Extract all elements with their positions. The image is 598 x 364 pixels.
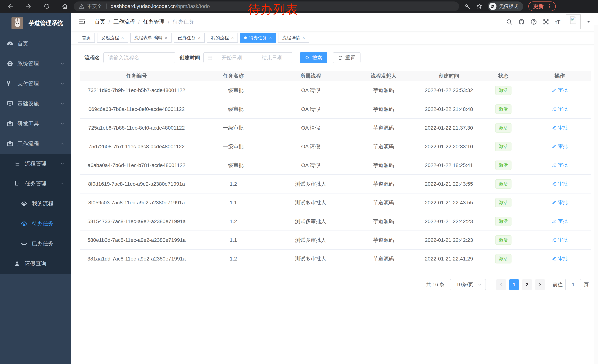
browser-home-icon[interactable]	[61, 3, 68, 10]
process-name-input[interactable]: 请输入流程名	[103, 52, 175, 63]
reset-button[interactable]: 重置	[333, 52, 360, 63]
calendar-icon	[207, 55, 213, 61]
cell-task-name: 1.1	[193, 231, 274, 249]
next-page-button[interactable]	[535, 279, 545, 290]
breadcrumb: 首页 / 工作流程 / 任务管理 / 待办任务	[93, 18, 196, 25]
approve-link[interactable]: 审批	[552, 180, 568, 187]
cell-time: 2022-01-21 22:43:55	[419, 193, 478, 212]
tab-my-process[interactable]: 我的流程	[207, 33, 238, 43]
address-divider	[106, 4, 107, 9]
fullscreen-icon[interactable]	[543, 18, 549, 25]
status-badge: 激活	[495, 161, 512, 170]
search-button[interactable]: 搜索	[300, 52, 327, 63]
tab-start-process[interactable]: 发起流程	[97, 33, 128, 43]
sidebar-item-todo-tasks[interactable]: 待办任务	[0, 214, 71, 234]
sidebar-item-done-tasks[interactable]: 已办任务	[0, 234, 71, 254]
chevron-down-icon	[60, 82, 65, 86]
cell-process: 测试多审批人	[274, 175, 348, 193]
page-size-select[interactable]: 10条/页	[450, 279, 486, 290]
close-icon[interactable]	[165, 36, 167, 40]
close-icon[interactable]	[302, 36, 305, 40]
approve-link[interactable]: 审批	[552, 87, 568, 93]
edit-pen-icon	[552, 106, 556, 111]
tab-home[interactable]: 首页	[78, 33, 95, 43]
tab-process-detail[interactable]: 流程详情	[278, 33, 309, 43]
cell-task-id: 069c6a63-7b8a-11ec-8ef0-acde48001122	[80, 100, 193, 119]
page-button-1[interactable]: 1	[509, 279, 519, 290]
browser-chrome: 不安全 dashboard.yudao.iocoder.cn/bpm/task/…	[0, 0, 598, 13]
sidebar-collapse-icon[interactable]	[79, 18, 86, 25]
close-icon[interactable]	[231, 36, 234, 40]
sidebar-item-process-mgmt[interactable]: 流程管理	[0, 154, 71, 174]
sidebar-item-payment[interactable]: 支付管理	[0, 74, 71, 94]
close-icon[interactable]	[198, 36, 201, 40]
search-icon[interactable]	[506, 18, 513, 25]
sidebar-item-infra[interactable]: 基础设施	[0, 94, 71, 114]
cell-task-id: 8f059c03-7ac8-11ec-a9e2-a2380e71991a	[80, 193, 193, 212]
breadcrumb-task-mgmt[interactable]: 任务管理	[143, 18, 165, 25]
not-secure-icon	[79, 4, 84, 9]
sidebar-item-home[interactable]: 首页	[0, 34, 71, 54]
url-text[interactable]: dashboard.yudao.iocoder.cn/bpm/task/todo	[111, 3, 210, 9]
tab-done-tasks[interactable]: 已办任务	[174, 33, 205, 43]
page-scrollbar[interactable]	[594, 25, 598, 364]
end-date-input[interactable]: 结束日期	[256, 54, 289, 61]
close-icon[interactable]	[269, 36, 272, 40]
edit-pen-icon	[552, 200, 556, 205]
avatar-caret-icon[interactable]	[586, 19, 591, 24]
date-range-input[interactable]: 开始日期 - 结束日期	[203, 52, 292, 63]
sidebar-item-workflow[interactable]: 工作流程	[0, 134, 71, 154]
status-badge: 激活	[495, 86, 512, 95]
font-size-icon[interactable]	[555, 19, 560, 25]
close-icon[interactable]	[121, 36, 124, 40]
chevron-right-icon	[538, 282, 542, 287]
tab-form-edit[interactable]: 流程表单-编辑	[130, 33, 172, 43]
goto-suffix: 页	[584, 281, 589, 288]
help-icon[interactable]	[530, 18, 537, 25]
table-row: 725a1eb6-7b88-11ec-8ef0-acde48001122一级审批…	[80, 119, 591, 137]
approve-link[interactable]: 审批	[552, 124, 568, 131]
breadcrumb-workflow[interactable]: 工作流程	[113, 18, 135, 25]
sidebar-item-leave-query[interactable]: 请假查询	[0, 254, 71, 274]
page-button-2[interactable]: 2	[522, 279, 532, 290]
cell-process: 测试多审批人	[274, 231, 348, 249]
approve-link[interactable]: 审批	[552, 255, 568, 262]
bookmark-star-icon[interactable]	[476, 3, 482, 9]
approve-link[interactable]: 审批	[552, 162, 568, 168]
approve-link[interactable]: 审批	[552, 106, 568, 112]
approve-link[interactable]: 审批	[552, 237, 568, 243]
col-status: 状态	[478, 71, 528, 81]
approve-link[interactable]: 审批	[552, 199, 568, 206]
cell-process: OA 请假	[274, 119, 348, 137]
github-icon[interactable]	[518, 18, 525, 25]
breadcrumb-separator: /	[168, 19, 169, 25]
start-date-input[interactable]: 开始日期	[215, 54, 249, 61]
tab-todo-tasks[interactable]: 待办任务	[240, 33, 276, 43]
browser-update-button[interactable]: 更新	[528, 1, 556, 11]
approve-link[interactable]: 审批	[552, 218, 568, 224]
cell-time: 2022-01-22 18:25:41	[419, 156, 478, 175]
password-key-icon[interactable]	[465, 3, 471, 9]
breadcrumb-home[interactable]: 首页	[94, 18, 105, 25]
goto-page-input[interactable]: 1	[565, 279, 581, 290]
breadcrumb-separator: /	[108, 19, 110, 25]
prev-page-button[interactable]	[496, 279, 506, 290]
browser-back-icon[interactable]	[7, 3, 14, 10]
browser-menu-icon[interactable]	[547, 4, 552, 9]
sidebar-item-system[interactable]: 系统管理	[0, 54, 71, 74]
cell-starter: 芋道源码	[348, 212, 419, 231]
filter-bar: 流程名 请输入流程名 创建时间 开始日期 - 结束日期 搜索 重置	[84, 52, 598, 63]
sidebar-item-my-process[interactable]: 我的流程	[0, 194, 71, 214]
approve-link[interactable]: 审批	[552, 143, 568, 150]
sidebar-item-devtools[interactable]: 研发工具	[0, 114, 71, 134]
search-icon	[305, 55, 310, 60]
not-secure-label[interactable]: 不安全	[87, 3, 102, 10]
app-logo-row[interactable]: 芋道管理系统	[0, 13, 71, 34]
sidebar-item-task-mgmt[interactable]: 任务管理	[0, 174, 71, 194]
browser-forward-icon[interactable]	[25, 3, 32, 10]
address-bar[interactable]: 不安全 dashboard.yudao.iocoder.cn/bpm/task/…	[74, 1, 459, 11]
table-header-row: 任务编号 任务名称 所属流程 流程发起人 创建时间 状态 操作	[80, 71, 591, 81]
eye-closed-icon	[21, 240, 27, 247]
browser-reload-icon[interactable]	[43, 3, 50, 10]
avatar[interactable]	[566, 15, 581, 29]
